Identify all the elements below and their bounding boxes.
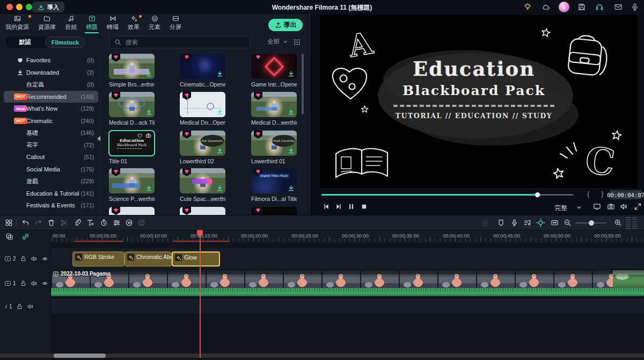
lock-icon[interactable] (20, 255, 27, 262)
zoom-slider-knob[interactable] (589, 220, 594, 226)
playback-progress-bar[interactable] (321, 194, 574, 196)
tab-elements[interactable]: 元素 (148, 14, 162, 33)
sidebar-item-cinematic[interactable]: HOT Cinematic(240) (4, 115, 98, 127)
undo-icon[interactable] (21, 219, 30, 227)
effect-clip-glow[interactable]: Glow (172, 251, 220, 267)
time-ruler[interactable]: 00:00 00:00:05:00 00:00:10:00 00:00:15:0… (51, 231, 644, 243)
template-thumbnail[interactable] (109, 207, 155, 215)
download-icon[interactable] (288, 70, 295, 77)
adjust-sliders-icon[interactable] (113, 219, 121, 227)
delete-trash-icon[interactable] (47, 219, 55, 227)
zoom-out-icon[interactable] (564, 219, 572, 227)
chevron-down-icon[interactable] (576, 204, 582, 211)
template-thumbnail[interactable] (109, 92, 155, 117)
play-next-frame-icon[interactable] (334, 203, 342, 211)
progress-handle[interactable] (535, 192, 540, 197)
lock-icon[interactable] (20, 280, 27, 287)
voiceover-mic-icon[interactable] (510, 219, 518, 227)
redo-icon[interactable] (34, 219, 42, 227)
sidebar-collapse-arrow-icon[interactable] (97, 136, 100, 141)
segment-default[interactable]: 默認 (5, 36, 45, 48)
export-button[interactable]: 導出 (268, 19, 303, 31)
scrollbar-thumb[interactable] (54, 354, 106, 358)
download-icon[interactable] (288, 147, 295, 154)
grid-view-icon[interactable] (293, 38, 301, 46)
sidebar-item-custom[interactable]: 自定義(0) (4, 78, 98, 91)
user-avatar[interactable] (559, 2, 569, 12)
speed-clock-icon[interactable] (100, 219, 108, 227)
timeline-horizontal-scrollbar[interactable] (0, 354, 644, 358)
download-icon[interactable] (216, 109, 223, 116)
sidebar-item-fancy-text[interactable]: 花字(72) (4, 139, 98, 152)
tab-my-media[interactable]: 我的資源 (4, 14, 30, 33)
headset-support-icon[interactable] (595, 3, 604, 11)
auto-ripple-link-icon[interactable] (21, 233, 30, 241)
timeline-zoom-slider[interactable] (575, 222, 606, 224)
sidebar-item-whats-new[interactable]: New What's New(129) (4, 103, 98, 115)
template-thumbnail[interactable] (180, 207, 225, 215)
playhead-line[interactable] (200, 230, 201, 358)
tips-lightbulb-icon[interactable] (523, 3, 532, 11)
paste-copy-icon[interactable] (5, 233, 13, 241)
sidebar-item-downloaded[interactable]: Downloaded(2) (4, 67, 98, 79)
grid-scrollbar[interactable] (302, 54, 304, 114)
cloud-icon[interactable] (541, 3, 550, 11)
template-thumbnail-selected[interactable]: Education Blackboard Pack (109, 131, 155, 156)
preview-video[interactable]: A C Education Blackboard Pack TUTORIAL /… (320, 15, 638, 188)
template-thumbnail[interactable] (251, 54, 297, 79)
fit-timeline-icon[interactable] (551, 219, 559, 227)
mail-icon[interactable] (614, 3, 623, 11)
audio-detach-icon[interactable] (125, 219, 133, 227)
search-input[interactable] (125, 39, 245, 46)
download-icon[interactable] (216, 70, 223, 77)
sidebar-item-recommended[interactable]: HOT Recommended(149) (4, 91, 98, 103)
audio-mixer-icon[interactable] (523, 219, 531, 227)
sidebar-item-callout[interactable]: Callout(51) (4, 151, 98, 163)
workspace-grid-icon[interactable] (5, 219, 13, 227)
snapshot-camera-icon[interactable] (607, 203, 615, 211)
template-thumbnail[interactable] (251, 92, 297, 117)
tab-titles[interactable]: 標題 (85, 14, 99, 33)
download-icon[interactable] (145, 109, 152, 116)
mark-in-brace[interactable]: { (587, 190, 589, 198)
tab-transitions[interactable]: 轉場 (106, 14, 120, 33)
template-thumbnail[interactable] (180, 54, 225, 79)
template-thumbnail[interactable]: Ask Questions (180, 131, 225, 156)
mute-speaker-icon[interactable] (27, 303, 34, 310)
mark-out-brace[interactable]: } (601, 190, 603, 198)
hide-eye-icon[interactable] (41, 255, 48, 262)
track-lane-audio-1[interactable] (51, 299, 644, 314)
video-clip[interactable]: 2022-10-03 Pagamo (51, 270, 644, 296)
segment-filmstock[interactable]: Filmstock (45, 37, 85, 48)
add-text-icon[interactable] (86, 219, 94, 227)
text-to-speech-icon[interactable] (137, 219, 145, 227)
download-icon[interactable] (216, 185, 223, 192)
lock-icon[interactable] (16, 303, 23, 310)
pause-icon[interactable] (347, 203, 355, 211)
mute-speaker-icon[interactable] (31, 280, 38, 287)
render-preview-icon[interactable] (481, 219, 489, 227)
save-icon[interactable] (577, 3, 586, 11)
hide-eye-icon[interactable] (41, 280, 48, 287)
fullscreen-icon[interactable] (634, 203, 642, 211)
template-thumbnail[interactable] (180, 168, 225, 193)
snapshot-camera-icon[interactable] (145, 133, 151, 139)
download-icon[interactable] (288, 185, 295, 192)
crop-clip-icon[interactable] (74, 219, 82, 227)
sidebar-item-games[interactable]: 遊戲(229) (4, 175, 98, 188)
sidebar-item-favorites[interactable]: Favorites(0) (4, 54, 98, 67)
favorite-heart-icon[interactable] (137, 133, 143, 139)
previous-frame-icon[interactable] (323, 203, 331, 211)
template-thumbnail[interactable]: Think Carefully (251, 131, 297, 156)
display-device-icon[interactable] (593, 203, 601, 211)
stop-icon[interactable] (360, 203, 368, 211)
keyframe-icon[interactable] (536, 218, 545, 227)
download-icon[interactable] (216, 147, 223, 154)
template-thumbnail[interactable] (109, 168, 155, 193)
marker-shield-icon[interactable] (497, 219, 505, 227)
mic-icon[interactable] (631, 3, 639, 11)
download-icon[interactable] (288, 109, 295, 116)
tab-split-screen[interactable]: 分屏 (169, 14, 182, 33)
effect-clip-rgb-stroke[interactable]: RGB Stroke (72, 251, 125, 267)
template-thumbnail[interactable]: Digital Titles Pack (251, 168, 297, 193)
